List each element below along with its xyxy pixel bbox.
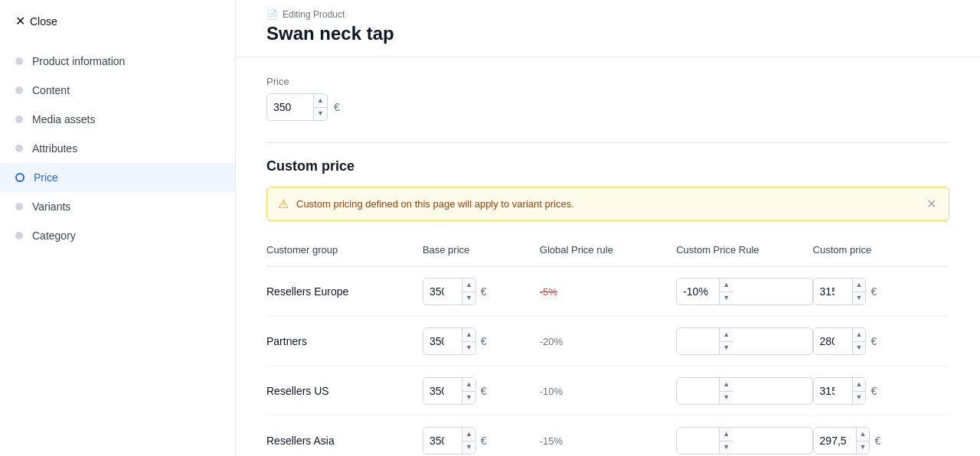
spin-buttons: ▲ ▼ — [856, 428, 870, 454]
global-rule-text: -10% — [540, 386, 563, 397]
spin-down[interactable]: ▼ — [720, 441, 733, 454]
base-price-input-wrap: ▲ ▼ — [423, 278, 476, 305]
custom-rule-input[interactable] — [677, 428, 719, 454]
custom-rule-input[interactable] — [677, 278, 719, 305]
price-spin-up[interactable]: ▲ — [314, 94, 327, 108]
sidebar-item-attributes[interactable]: Attributes — [0, 134, 235, 163]
currency: € — [481, 335, 487, 347]
global-rule-text-strikethrough: -5% — [540, 286, 557, 298]
spin-down[interactable]: ▼ — [853, 342, 866, 355]
custom-price-input-wrap: ▲ ▼ — [813, 327, 867, 355]
custom-price-input[interactable] — [814, 328, 852, 354]
nav-dot — [15, 145, 23, 152]
spin-up[interactable]: ▲ — [462, 328, 475, 342]
sidebar-item-content[interactable]: Content — [0, 76, 235, 105]
base-price-input[interactable] — [423, 278, 462, 305]
global-rule-text: -20% — [540, 336, 563, 347]
base-price-input-wrap: ▲ ▼ — [423, 327, 476, 355]
spin-up[interactable]: ▲ — [857, 428, 870, 441]
nav-dot — [15, 116, 23, 123]
nav-dot — [15, 57, 23, 65]
page-title: Swan neck tap — [266, 23, 949, 44]
global-rule-cell: -10% — [540, 366, 676, 416]
sidebar-item-label: Product information — [32, 55, 125, 67]
custom-price-input[interactable] — [814, 278, 852, 305]
base-price-input[interactable] — [423, 328, 462, 354]
sidebar-item-label: Content — [32, 84, 70, 96]
spin-down[interactable]: ▼ — [720, 342, 733, 355]
price-input[interactable] — [267, 94, 313, 120]
custom-price-input-wrap: ▲ ▼ — [813, 278, 867, 305]
global-rule-cell: -20% — [540, 317, 676, 366]
price-field-label: Price — [266, 76, 949, 87]
spin-up[interactable]: ▲ — [720, 328, 733, 342]
price-spin-buttons: ▲ ▼ — [313, 94, 327, 120]
spin-down[interactable]: ▼ — [462, 292, 475, 305]
price-field-section: Price ▲ ▼ € — [266, 76, 949, 121]
col-header-customer-group: Customer group — [266, 239, 423, 267]
sidebar-item-label: Variants — [32, 200, 70, 213]
spin-buttons: ▲ ▼ — [462, 378, 475, 404]
spin-buttons: ▲ ▼ — [462, 328, 475, 354]
custom-price-cell: ▲ ▼ € — [813, 267, 949, 317]
spin-up[interactable]: ▲ — [720, 278, 733, 292]
sidebar-item-media-assets[interactable]: Media assets — [0, 105, 235, 134]
spin-buttons: ▲ ▼ — [462, 428, 475, 454]
base-price-input-wrap: ▲ ▼ — [423, 377, 476, 405]
spin-up[interactable]: ▲ — [720, 378, 733, 392]
spin-down[interactable]: ▼ — [720, 392, 733, 405]
spin-buttons: ▲ ▼ — [462, 278, 475, 305]
spin-down[interactable]: ▼ — [462, 441, 475, 454]
spin-down[interactable]: ▼ — [857, 441, 870, 454]
base-price-input[interactable] — [423, 428, 462, 454]
spin-down[interactable]: ▼ — [853, 292, 866, 305]
alert-banner: ⚠ Custom pricing defined on this page wi… — [266, 187, 949, 221]
spin-up[interactable]: ▲ — [462, 428, 475, 441]
spin-down[interactable]: ▼ — [853, 392, 866, 405]
custom-rule-input[interactable] — [677, 328, 719, 354]
base-price-input[interactable] — [423, 378, 462, 404]
col-header-custom-price: Custom price — [813, 239, 949, 267]
base-price-cell: ▲ ▼ € — [423, 366, 540, 416]
sidebar-item-category[interactable]: Category — [0, 221, 235, 250]
custom-rule-input[interactable] — [677, 378, 719, 404]
spin-up[interactable]: ▲ — [853, 378, 866, 392]
editing-label: 📄 Editing Product — [266, 9, 949, 20]
custom-price-section: Custom price ⚠ Custom pricing defined on… — [266, 158, 949, 456]
price-spin-down[interactable]: ▼ — [314, 108, 327, 121]
custom-price-input[interactable] — [814, 378, 852, 404]
spin-down[interactable]: ▼ — [720, 292, 733, 305]
base-price-cell: ▲ ▼ € — [423, 416, 540, 457]
spin-buttons: ▲ ▼ — [719, 278, 733, 305]
custom-price-input[interactable] — [814, 428, 856, 454]
global-rule-text: -15% — [540, 435, 563, 447]
currency: € — [481, 285, 487, 298]
custom-rule-cell: ▲ ▼ — [676, 317, 812, 366]
price-currency: € — [334, 101, 340, 113]
sidebar-item-product-information[interactable]: Product information — [0, 47, 235, 76]
custom-price-cell: ▲ ▼ € — [813, 416, 949, 457]
alert-text: Custom pricing defined on this page will… — [296, 198, 917, 210]
spin-up[interactable]: ▲ — [462, 278, 475, 292]
spin-down[interactable]: ▼ — [462, 342, 475, 355]
sidebar: ✕ Close Product information Content Medi… — [0, 0, 236, 456]
file-icon: 📄 — [266, 9, 278, 20]
sidebar-item-price[interactable]: Price — [0, 163, 235, 192]
alert-close-button[interactable]: ✕ — [925, 198, 938, 210]
spin-up[interactable]: ▲ — [462, 378, 475, 392]
close-icon: ✕ — [15, 14, 25, 28]
custom-price-cell: ▲ ▼ € — [813, 317, 949, 366]
spin-down[interactable]: ▼ — [462, 392, 475, 405]
spin-up[interactable]: ▲ — [853, 328, 866, 342]
close-button[interactable]: ✕ Close — [0, 0, 235, 41]
custom-rule-cell: ▲ ▼ — [676, 416, 812, 457]
spin-buttons: ▲ ▼ — [852, 378, 866, 404]
customer-group-cell: Resellers Asia — [266, 416, 423, 457]
group-name: Partners — [266, 335, 307, 347]
spin-up[interactable]: ▲ — [853, 278, 866, 292]
sidebar-item-variants[interactable]: Variants — [0, 192, 235, 221]
customer-group-cell: Partners — [266, 317, 423, 366]
custom-price-input-wrap: ▲ ▼ — [813, 377, 867, 405]
table-row: Resellers Asia ▲ ▼ — [266, 416, 949, 457]
spin-up[interactable]: ▲ — [720, 428, 733, 441]
